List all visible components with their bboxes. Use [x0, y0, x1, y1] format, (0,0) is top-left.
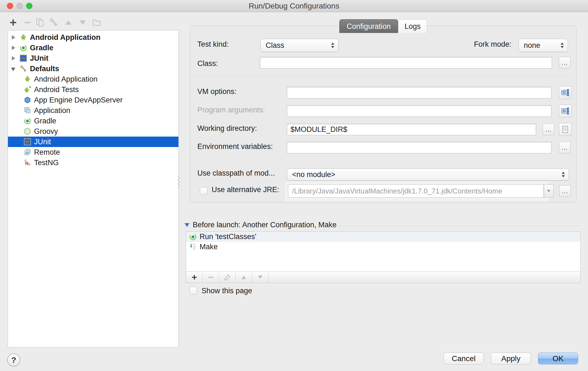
- remove-icon: [23, 18, 32, 27]
- titlebar: Run/Debug Configurations: [0, 0, 588, 12]
- before-launch-add-button[interactable]: [186, 272, 203, 283]
- program-arguments-expand-button[interactable]: [559, 105, 572, 117]
- ok-button[interactable]: OK: [538, 353, 578, 364]
- move-up-icon: [240, 273, 248, 281]
- tree-item-default-gradle[interactable]: Gradle: [8, 116, 178, 126]
- remove-configuration-button[interactable]: [23, 18, 32, 27]
- edit-defaults-button[interactable]: [49, 18, 59, 27]
- test-kind-select[interactable]: Class: [261, 39, 338, 52]
- working-directory-browse-button[interactable]: ...: [543, 124, 554, 135]
- add-icon: [8, 18, 18, 27]
- working-directory-macro-button[interactable]: [559, 123, 572, 136]
- svg-text:G: G: [26, 129, 29, 134]
- tree-item-default-application[interactable]: Application: [8, 105, 178, 116]
- make-icon: 011001: [189, 243, 197, 251]
- tab-configuration[interactable]: Configuration: [339, 19, 398, 33]
- tree-item-defaults[interactable]: Defaults: [8, 63, 178, 74]
- gradle-icon: [23, 117, 32, 125]
- help-button[interactable]: ?: [7, 353, 20, 367]
- disclosure-collapsed-icon[interactable]: [12, 35, 15, 40]
- testng-icon: NG: [23, 159, 32, 167]
- show-this-page-checkbox[interactable]: [189, 287, 197, 294]
- program-arguments-input[interactable]: [287, 105, 551, 117]
- copy-configuration-button[interactable]: [35, 18, 45, 27]
- before-launch-move-down-button[interactable]: [252, 272, 268, 283]
- before-launch-item-run-testclasses[interactable]: Run 'testClasses': [186, 232, 580, 242]
- settings-wrench-icon: [19, 65, 27, 73]
- disclosure-expanded-icon[interactable]: [11, 68, 15, 71]
- android-tests-icon: [23, 85, 32, 94]
- working-directory-input[interactable]: [287, 124, 536, 135]
- remove-icon: [207, 273, 215, 281]
- move-up-button[interactable]: [63, 18, 73, 27]
- tree-item-default-remote[interactable]: Remote: [8, 147, 178, 157]
- before-launch-move-up-button[interactable]: [236, 272, 252, 283]
- gradle-icon: [19, 44, 27, 52]
- app-engine-icon: [23, 96, 32, 104]
- configuration-panel: Test kind: Class Fork mode: none Class: …: [190, 26, 576, 203]
- working-directory-label: Working directory:: [197, 124, 257, 133]
- tree-item-gradle[interactable]: Gradle: [8, 43, 178, 53]
- tree-item-default-junit-selected[interactable]: JUnit: [8, 137, 178, 147]
- before-launch-edit-button[interactable]: [219, 272, 236, 283]
- tree-item-default-groovy[interactable]: G Groovy: [8, 126, 178, 137]
- tree-item-default-testng[interactable]: NG TestNG: [8, 157, 178, 168]
- add-configuration-button[interactable]: [8, 18, 18, 27]
- android-icon: [19, 33, 27, 41]
- svg-text:01: 01: [193, 248, 195, 250]
- expand-editor-icon: [561, 107, 570, 115]
- move-down-icon: [78, 18, 88, 27]
- tree-item-default-android-application[interactable]: Android Application: [8, 74, 178, 84]
- class-input[interactable]: [260, 57, 552, 68]
- program-arguments-label: Program arguments:: [197, 106, 265, 114]
- jre-browse-button[interactable]: ...: [559, 185, 571, 197]
- vm-options-input[interactable]: [287, 87, 551, 98]
- groovy-icon: G: [23, 127, 32, 135]
- splitter-handle[interactable]: [177, 175, 181, 190]
- before-launch-collapse-icon[interactable]: [184, 223, 189, 227]
- cancel-button[interactable]: Cancel: [444, 353, 484, 364]
- show-this-page-label: Show this page: [201, 287, 252, 295]
- tree-item-junit[interactable]: JUnit: [8, 53, 178, 63]
- move-down-button[interactable]: [78, 18, 88, 27]
- jre-path-combobox[interactable]: /Library/Java/JavaVirtualMachines/jdk1.7…: [288, 184, 544, 198]
- tab-logs[interactable]: Logs: [398, 19, 427, 33]
- jre-dropdown-button[interactable]: [544, 184, 554, 198]
- stepper-arrows-icon: [561, 171, 565, 178]
- vm-options-label: VM options:: [197, 87, 237, 96]
- svg-text:G: G: [28, 162, 30, 166]
- section-divider: [194, 76, 572, 77]
- before-launch-list: Run 'testClasses' 011001 Make: [186, 231, 581, 272]
- before-launch-item-make[interactable]: 011001 Make: [186, 242, 580, 252]
- vm-options-expand-button[interactable]: [559, 86, 572, 99]
- before-launch-divider: [328, 226, 580, 226]
- environment-variables-input[interactable]: [287, 142, 551, 153]
- use-alternative-jre-label: Use alternative JRE:: [212, 185, 279, 194]
- fork-mode-select[interactable]: none: [519, 39, 568, 52]
- use-classpath-label: Use classpath of mod...: [197, 169, 275, 178]
- before-launch-remove-button[interactable]: [203, 272, 219, 283]
- edit-pencil-icon: [223, 273, 231, 281]
- apply-button[interactable]: Apply: [491, 353, 531, 364]
- tree-item-default-android-tests[interactable]: Android Tests: [8, 84, 178, 95]
- environment-variables-browse-button[interactable]: ...: [559, 142, 570, 153]
- disclosure-collapsed-icon[interactable]: [12, 46, 15, 50]
- junit-icon: [23, 138, 32, 146]
- application-icon: [23, 106, 32, 115]
- remote-icon: [23, 148, 32, 156]
- class-browse-button[interactable]: ...: [559, 57, 570, 68]
- close-button[interactable]: [7, 3, 13, 9]
- create-folder-button[interactable]: [91, 18, 101, 27]
- module-select[interactable]: <no module>: [287, 168, 569, 181]
- use-alternative-jre-checkbox[interactable]: [200, 187, 208, 195]
- window-title: Run/Debug Configurations: [0, 0, 588, 12]
- before-launch-toolbar: [186, 271, 581, 283]
- move-down-icon: [256, 273, 264, 281]
- expand-editor-icon: [561, 88, 570, 97]
- class-label: Class:: [197, 59, 218, 68]
- disclosure-collapsed-icon[interactable]: [12, 56, 15, 60]
- dropdown-arrow-icon: [547, 189, 551, 193]
- tree-item-default-app-engine-devappserver[interactable]: App Engine DevAppServer: [8, 95, 178, 105]
- zoom-button[interactable]: [26, 3, 32, 9]
- tree-item-android-application[interactable]: Android Application: [8, 32, 178, 43]
